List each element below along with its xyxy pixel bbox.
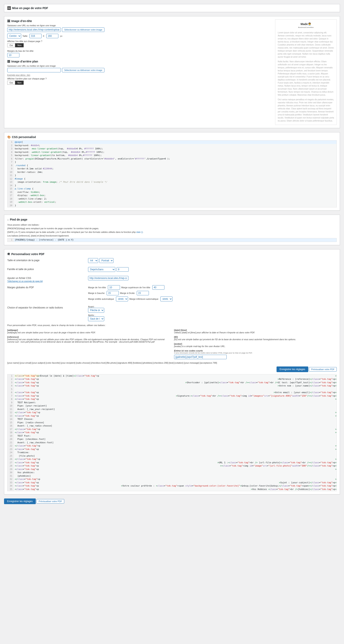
bg-demo-hint[interactable]: Exemple pour démo : lien: [7, 74, 271, 76]
px-label: px: [60, 35, 62, 37]
header-show-yes[interactable]: Oui: [7, 43, 15, 47]
margin-top-label: Marge supérieure de l'en-tête: [121, 286, 150, 289]
margin-header-label: Marge de l'en-tête: [88, 286, 106, 289]
sep-after-select[interactable]: Saut de ligne: [88, 316, 104, 321]
header-image-url-input[interactable]: [7, 28, 61, 32]
css-icon: 🎨: [7, 136, 11, 139]
available-tags: [your-name] [your-email] [your-subject] …: [7, 362, 337, 364]
html-template-editor[interactable]: 1<class="tok-tag">p>Envoyé le [date] à […: [7, 374, 337, 492]
bg-show-no[interactable]: Non: [15, 81, 24, 85]
bg-title: Image d'arrière plan: [11, 60, 38, 63]
bg-url-input[interactable]: [7, 68, 61, 72]
shortcodes-label: Entrez ici vos codes courts: [174, 350, 337, 352]
separator-label: Choice of separator for checkboxes or ra…: [7, 306, 88, 321]
header-show-no[interactable]: Non: [15, 43, 24, 47]
add-css-label: Ajouter un fichier CSS: [7, 277, 88, 280]
image-icon: 🖼: [7, 20, 10, 23]
preview-p1: Lorem ipsum dolor sit amet, consectetur …: [278, 31, 334, 58]
header-upload-button[interactable]: Sélectionner ou téléverser votre image: [62, 28, 104, 32]
margin-header-input[interactable]: [108, 285, 120, 290]
footer-code-line[interactable]: 1{PAGENO}/{nbpg} - [reference] - {DATE j…: [7, 238, 337, 242]
sep-before-select[interactable]: Flèche de droite: [88, 308, 104, 313]
margin-auto-header-label: Marge entête automatique: [88, 298, 114, 300]
bg-url-label: Saisissez une URL ou mettez en ligne une…: [7, 65, 271, 67]
down-arrow-icon: ↓: [7, 218, 9, 221]
addpage-desc: [addpage] est une simple balise pour for…: [7, 331, 170, 334]
size-orientation-label: Taille et orientation de la page: [7, 258, 88, 264]
sep-before-label: Avant :: [88, 306, 336, 308]
margin-right-input[interactable]: [137, 291, 149, 295]
preview-p3: Orci varius natoque penatibus et magnis …: [278, 98, 334, 122]
addpage-tag: [addpage]: [7, 329, 170, 331]
id-desc: [ID] est une simple balise qui provient …: [174, 338, 337, 340]
footer-title: Pied de page: [10, 218, 27, 221]
date-tag: [date] [time]: [174, 329, 337, 331]
pdf-icon: PDF: [7, 6, 11, 10]
size-label: Taille: [22, 35, 27, 37]
show-header-label: Afficher l'en-tête sur chaque page ?: [7, 40, 271, 42]
balise-intro: Pour personnaliser votre PDF, vous pouve…: [7, 324, 337, 326]
preview-button[interactable]: Prévisualiser votre PDF: [36, 499, 64, 504]
save-button-inline[interactable]: Enregistrer les réglages: [277, 366, 308, 372]
page-size-select[interactable]: A4: [88, 258, 98, 263]
footer-intro: Vous pouvez utiliser ces balises :: [7, 224, 337, 226]
footer-line1: {PAGENO}/{nbpg} sera remplacé par le num…: [7, 227, 337, 230]
avatar-tag: [avatar]: [174, 342, 337, 345]
css-hint-link[interactable]: Téléchargez ici un exemple de page A4: [7, 280, 88, 282]
header-margin-input[interactable]: [7, 53, 19, 58]
preview-logo-text: Made: [301, 22, 308, 26]
header-margin-label: Marges du bas de l'en-tête: [7, 50, 271, 52]
date-desc: Utilisez [date] et [time] pour afficher …: [174, 331, 337, 334]
bg-icon: 🖼: [7, 60, 10, 63]
css-title: CSS personnalisé: [12, 136, 36, 139]
save-button[interactable]: Enregistrer les réglages: [4, 498, 36, 504]
header-width-input[interactable]: [29, 34, 42, 38]
bg-show-yes[interactable]: Oui: [7, 81, 15, 85]
header-url-label: Saisissez une URL ou mettez en ligne une…: [7, 24, 271, 27]
id-tag: [ID]: [174, 336, 337, 338]
header-align-select[interactable]: Centre: [7, 34, 21, 38]
margin-auto-footer-select[interactable]: stretch: [160, 296, 173, 302]
margin-left-label: Marge à Gauche: [88, 292, 105, 294]
margin-auto-footer-label: Marge inférieure automatique: [129, 298, 158, 300]
sep-after-label: Après :: [88, 314, 336, 316]
margin-top-input[interactable]: [152, 285, 164, 290]
preview-button-inline[interactable]: Prévisualiser votre PDF: [309, 367, 337, 372]
bg-upload-button[interactable]: Sélectionner ou téléverser votre image: [62, 68, 104, 72]
php-date-link[interactable]: date (): [136, 231, 143, 233]
font-size-input[interactable]: [117, 267, 129, 272]
preview-p2: Nulla facilisi. Nam ullamcorper interdum…: [278, 60, 334, 96]
header-height-input[interactable]: [46, 34, 58, 38]
page-title: Mise en page de votre PDF: [12, 6, 48, 10]
shortcodes-hint: Il sera nécessaire ensuite de les mettre…: [174, 352, 337, 354]
settings-icon: 🛠: [7, 252, 10, 256]
orientation-select[interactable]: Portrait: [99, 258, 113, 263]
x-label: X: [43, 35, 44, 37]
footer-line2: {DATE j-m-Y} sera remplacé par la date a…: [7, 231, 337, 233]
preview-logo-sub: BusinessCommittee: [278, 26, 334, 29]
header-image-title: Image d'en-tête: [11, 20, 32, 23]
ref-tag: [reference]: [7, 336, 170, 338]
margin-auto-header-select[interactable]: stretch: [116, 296, 128, 302]
footer-line3: Les balises [reference], [date] et [time…: [7, 234, 337, 237]
ref-desc: [reference] est une simple balise qui es…: [7, 338, 170, 343]
font-label: Famille et taille de police: [7, 267, 88, 273]
shortcodes-input[interactable]: [174, 355, 227, 359]
font-family-select[interactable]: DejaVuSans: [88, 267, 115, 272]
margin-left-input[interactable]: [107, 291, 119, 295]
global-margins-label: Marges globales du PDF: [7, 285, 88, 302]
pdf-preview: Made🧑‍💼 BusinessCommittee Lorem ipsum do…: [275, 20, 337, 125]
avatar-desc: [avatar] is a simple mail-tag for the us…: [174, 345, 337, 348]
margin-right-label: Marge à Droite: [120, 292, 135, 294]
css-editor[interactable]: 1@page{2background: #dddb4;3background: …: [7, 140, 337, 208]
bg-show-label: Afficher l'arrière plan sur chaque page …: [7, 78, 271, 80]
css-file-input[interactable]: [88, 276, 128, 280]
customize-title: Personnalisez votre PDF: [11, 252, 44, 256]
